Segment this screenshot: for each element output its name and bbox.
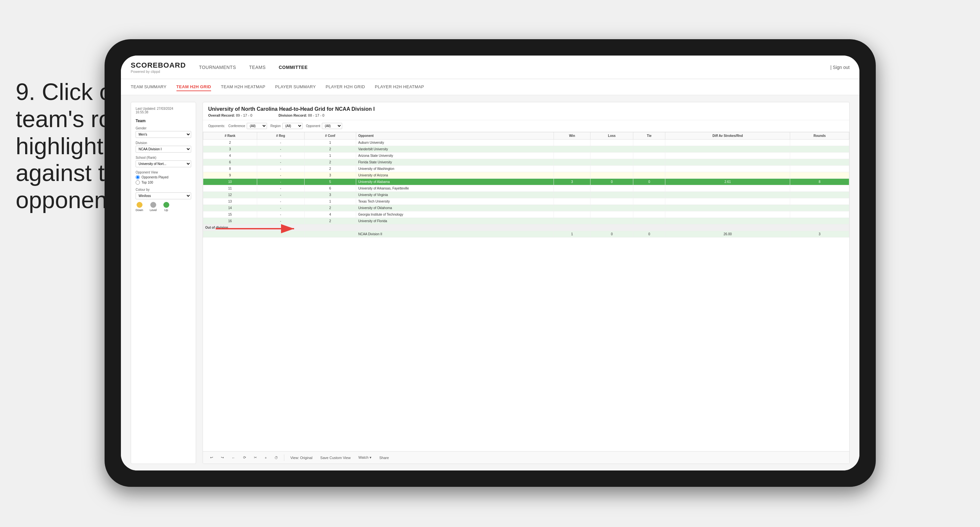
table-row[interactable]: 3-2Vanderbilt University: [203, 146, 849, 153]
tab-team-h2h-grid[interactable]: TEAM H2H GRID: [177, 83, 211, 91]
col-rank: # Rank: [203, 132, 257, 140]
grid-title: University of North Carolina Head-to-Hea…: [208, 106, 844, 112]
scissors-btn[interactable]: ✂: [252, 454, 259, 461]
colour-section: Colour by Win/loss Down Level: [135, 188, 191, 212]
logo-title: SCOREBOARD: [131, 61, 186, 70]
legend-dot-up: [163, 202, 169, 208]
filter-conference-select[interactable]: (All): [247, 123, 267, 129]
main-content: Last Updated: 27/03/2024 16:55:38 Team G…: [121, 96, 859, 470]
table-row[interactable]: 8-2University of Washington: [203, 166, 849, 172]
main-panel: University of North Carolina Head-to-Hea…: [203, 102, 850, 464]
data-table: # Rank # Reg # Conf Opponent Win Loss Ti…: [203, 132, 849, 451]
out-of-division-row[interactable]: NCAA Division II10026.003: [203, 231, 849, 237]
col-win: Win: [554, 132, 590, 140]
filter-opponents-label: Opponents:: [208, 124, 225, 128]
col-rounds: Rounds: [790, 132, 849, 140]
legend-up: Up: [163, 202, 169, 212]
sub-nav: TEAM SUMMARY TEAM H2H GRID TEAM H2H HEAT…: [121, 79, 859, 96]
tab-team-h2h-heatmap[interactable]: TEAM H2H HEATMAP: [221, 83, 265, 91]
divider1: [284, 454, 284, 461]
legend-down: Down: [135, 202, 143, 212]
tablet-frame: SCOREBOARD Powered by clippd TOURNAMENTS…: [105, 39, 876, 487]
grid-filters: Opponents: Conference (All) Region (All): [203, 120, 849, 132]
division-label: Division: [135, 141, 191, 145]
filter-conference-group: Conference (All): [228, 123, 267, 129]
tab-player-h2h-heatmap[interactable]: PLAYER H2H HEATMAP: [375, 83, 424, 91]
filter-opponent-select[interactable]: (All): [322, 123, 342, 129]
division-select[interactable]: NCAA Division I: [135, 146, 191, 153]
gender-label: Gender: [135, 126, 191, 130]
save-custom-btn[interactable]: Save Custom View: [318, 455, 353, 461]
overall-record: Overall Record: 89 - 17 - 0: [208, 113, 252, 117]
watch-btn[interactable]: Watch ▾: [356, 454, 374, 461]
col-opponent: Opponent: [356, 132, 554, 140]
col-reg: # Reg: [257, 132, 304, 140]
col-loss: Loss: [590, 132, 633, 140]
plus-btn[interactable]: +: [263, 455, 269, 461]
table-row[interactable]: 14-2University of Oklahoma: [203, 205, 849, 212]
top-nav: SCOREBOARD Powered by clippd TOURNAMENTS…: [121, 56, 859, 79]
tab-player-h2h-grid[interactable]: PLAYER H2H GRID: [326, 83, 365, 91]
table-row[interactable]: 16-2University of Florida: [203, 218, 849, 224]
logo-subtitle: Powered by clippd: [131, 70, 186, 73]
table-row[interactable]: 15-4Georgia Institute of Technology: [203, 212, 849, 218]
share-btn[interactable]: Share: [377, 455, 391, 461]
redo-btn[interactable]: ↪: [219, 454, 226, 461]
grid-records: Overall Record: 89 - 17 - 0 Division Rec…: [208, 113, 844, 117]
nav-links: TOURNAMENTS TEAMS COMMITTEE: [199, 64, 830, 71]
grid-header: University of North Carolina Head-to-Hea…: [203, 102, 849, 120]
tablet-screen: SCOREBOARD Powered by clippd TOURNAMENTS…: [121, 56, 859, 470]
bottom-toolbar: ↩ ↪ ← ⟳ ✂ + ⏱ View: Original Save Custom…: [203, 451, 849, 463]
table-row[interactable]: 9-3University of Arizona: [203, 172, 849, 179]
view-original-btn[interactable]: View: Original: [288, 455, 314, 461]
col-diff: Diff Av Strokes/Rnd: [665, 132, 790, 140]
filter-region-select[interactable]: (All): [282, 123, 302, 129]
nav-tournaments[interactable]: TOURNAMENTS: [199, 64, 236, 71]
opponent-view-label: Opponent View: [135, 170, 191, 174]
table-row[interactable]: 10-5University of Alabama3002.618: [203, 179, 849, 185]
logo-area: SCOREBOARD Powered by clippd: [131, 61, 186, 73]
undo-btn[interactable]: ↩: [208, 454, 215, 461]
tab-player-summary[interactable]: PLAYER SUMMARY: [275, 83, 316, 91]
radio-opponents-played[interactable]: Opponents Played: [135, 175, 191, 179]
school-label: School (Rank): [135, 156, 191, 159]
tab-team-summary[interactable]: TEAM SUMMARY: [131, 83, 167, 91]
team-label: Team: [135, 119, 191, 123]
sidebar: Last Updated: 27/03/2024 16:55:38 Team G…: [131, 102, 196, 464]
radio-top100[interactable]: Top 100: [135, 180, 191, 185]
table-row[interactable]: 11-6University of Arkansas, Fayetteville: [203, 185, 849, 192]
refresh-btn[interactable]: ⟳: [241, 454, 248, 461]
colour-select[interactable]: Win/loss: [135, 193, 191, 199]
table-row[interactable]: 6-2Florida State University: [203, 159, 849, 166]
grid-container: University of North Carolina Head-to-Hea…: [203, 102, 850, 464]
legend-dot-down: [137, 202, 143, 208]
opponent-view: Opponent View Opponents Played Top 100: [135, 170, 191, 185]
filter-region-group: Region (All): [270, 123, 302, 129]
legend-row: Down Level Up: [135, 202, 191, 212]
nav-teams[interactable]: TEAMS: [249, 64, 266, 71]
col-tie: Tie: [633, 132, 665, 140]
gender-select[interactable]: Men's: [135, 131, 191, 138]
colour-by-label: Colour by: [135, 188, 191, 191]
table-row[interactable]: 13-1Texas Tech University: [203, 198, 849, 205]
sign-out[interactable]: | Sign out: [830, 65, 850, 70]
clock-btn[interactable]: ⏱: [272, 455, 280, 461]
last-updated: Last Updated: 27/03/2024 16:55:38: [135, 107, 191, 114]
table-row[interactable]: 2-1Auburn University: [203, 140, 849, 146]
legend-level: Level: [150, 202, 157, 212]
table-row[interactable]: 12-3University of Virginia: [203, 192, 849, 198]
legend-dot-level: [150, 202, 156, 208]
school-select[interactable]: University of Nort...: [135, 161, 191, 167]
table-row[interactable]: 4-1Arizona State University: [203, 153, 849, 159]
nav-committee[interactable]: COMMITTEE: [279, 64, 308, 71]
back-btn[interactable]: ←: [230, 455, 237, 461]
filter-opponent-group: Opponent (All): [306, 123, 342, 129]
division-record: Division Record: 88 - 17 - 0: [278, 113, 325, 117]
col-conf: # Conf: [304, 132, 356, 140]
